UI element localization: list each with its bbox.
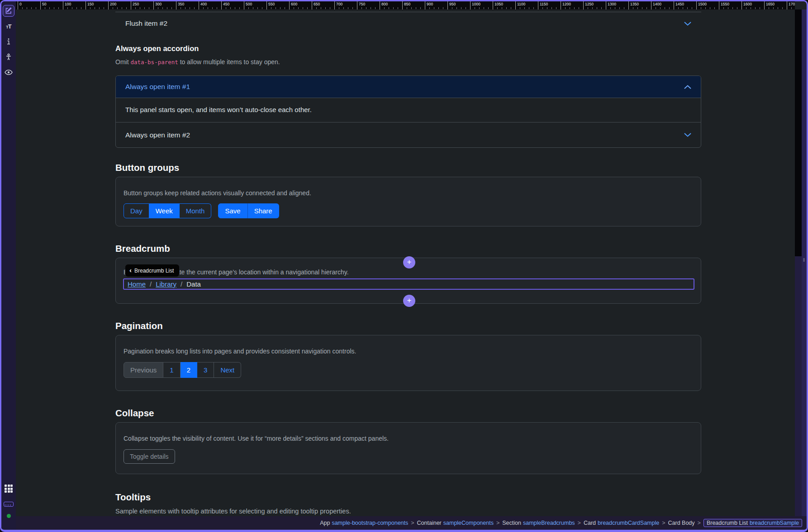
ruler-toggle-button[interactable] <box>4 502 14 507</box>
path-segment-name: breadcrumbSample <box>750 520 799 526</box>
chevron-down-icon <box>684 22 691 26</box>
ruler-tick: 400 <box>199 1 221 9</box>
path-segment-selected[interactable]: Breadcrumb List breadcrumbSample <box>703 519 802 527</box>
breadcrumb-separator: / <box>181 280 182 288</box>
typography-tool-button[interactable]: TT <box>3 20 14 32</box>
ruler-tick: 300 <box>153 1 176 9</box>
path-segment-label: Section <box>502 520 521 526</box>
path-segment-label: Container <box>417 520 442 526</box>
drag-grip-icon[interactable]: ‖ <box>802 257 807 263</box>
pagination-page-3-button[interactable]: 3 <box>197 362 214 378</box>
month-button[interactable]: Month <box>180 203 212 218</box>
ruler-tick: 950 <box>447 1 470 9</box>
always-open-accordion: Always open item #1 This panel starts op… <box>115 75 701 148</box>
scrollbar-thumb[interactable] <box>795 256 802 516</box>
ruler-tick: 1000 <box>470 1 493 9</box>
tooltips-description: Sample elements with tooltip attributes … <box>115 508 701 515</box>
tool-sidebar: TT <box>1 1 16 530</box>
path-segment-label: App <box>320 520 330 526</box>
breadcrumb-description: Breadcrumbs indicate the current page’s … <box>124 268 693 276</box>
flush-item-label: Flush item #2 <box>125 19 167 28</box>
share-button[interactable]: Share <box>247 203 279 218</box>
ruler-tick: 1500 <box>696 1 719 9</box>
path-segment-label: Card Body <box>668 520 695 526</box>
ruler-tick: 700 <box>334 1 357 9</box>
edit-tool-button[interactable] <box>3 5 14 17</box>
ruler-tick: 850 <box>402 1 425 9</box>
insert-above-button[interactable]: + <box>403 256 415 268</box>
pagination-page-1-button[interactable]: 1 <box>163 362 180 378</box>
breadcrumb-link-library[interactable]: Library <box>156 280 176 288</box>
visibility-tool-button[interactable] <box>3 66 14 78</box>
ruler-tick: 1350 <box>628 1 651 9</box>
ruler-tick: 1150 <box>538 1 561 9</box>
typography-icon: TT <box>6 23 11 30</box>
inline-code: data-bs-parent <box>130 59 178 66</box>
ruler-tick: 250 <box>131 1 153 9</box>
path-segment-name[interactable]: sample-bootstrap-components <box>332 520 408 526</box>
pagination-next-button[interactable]: Next <box>214 362 241 378</box>
grid-tool-button[interactable] <box>3 483 14 494</box>
ruler-tick: 500 <box>244 1 266 9</box>
pagination-description: Pagination breaks long lists into pages … <box>124 348 693 355</box>
ruler-tick: 50 <box>40 1 63 9</box>
toggle-details-button[interactable]: Toggle details <box>124 449 175 464</box>
ruler-tick: 100 <box>63 1 86 9</box>
accessibility-tool-button[interactable] <box>3 51 14 63</box>
ruler-tick: 600 <box>289 1 312 9</box>
grid-icon <box>5 485 13 493</box>
info-tool-button[interactable] <box>3 36 14 47</box>
ruler-tick: 1400 <box>651 1 674 9</box>
path-separator: > <box>496 520 499 526</box>
scrollbar-track[interactable] <box>795 9 802 256</box>
collapse-description: Collapse toggles the visibility of conte… <box>124 435 693 442</box>
day-button[interactable]: Day <box>124 203 149 218</box>
selected-breadcrumb-list[interactable]: Home / Library / Data <box>123 278 694 290</box>
ruler-tick: 1550 <box>719 1 741 9</box>
edit-pencil-icon <box>5 7 12 14</box>
breadcrumb-list-tag[interactable]: ‹ Breadcrumb List <box>125 264 179 277</box>
breadcrumb-link-home[interactable]: Home <box>128 280 146 288</box>
button-groups-heading: Button groups <box>115 162 701 173</box>
path-separator: > <box>411 520 414 526</box>
chevron-down-icon <box>684 133 691 137</box>
actions-button-group: Save Share <box>218 203 279 218</box>
accessibility-person-icon <box>5 53 12 61</box>
pagination-card: Pagination breaks long lists into pages … <box>115 335 701 391</box>
button-groups-description: Button groups keep related actions visua… <box>124 189 693 197</box>
path-segment-name[interactable]: sampleBreadcrumbs <box>523 520 575 526</box>
breadcrumb-list-tag-label: Breadcrumb List <box>134 268 174 274</box>
path-segment-label: Breadcrumb List <box>707 520 748 526</box>
eye-icon <box>5 70 13 75</box>
collapse-card: Collapse toggles the visibility of conte… <box>115 422 701 474</box>
week-button[interactable]: Week <box>149 203 180 218</box>
accordion-item-1-header[interactable]: Always open item #1 <box>116 76 701 98</box>
pagination-heading: Pagination <box>115 320 701 331</box>
ruler-tick: 150 <box>86 1 108 9</box>
breadcrumb-heading: Breadcrumb <box>115 243 701 254</box>
ruler-tick: 1450 <box>674 1 696 9</box>
right-rail: ‖ <box>795 9 807 516</box>
insert-below-button[interactable]: + <box>403 295 415 307</box>
status-indicator-dot <box>7 514 11 518</box>
hierarchy-statusbar: App sample-bootstrap-components > Contai… <box>16 516 807 530</box>
ruler-tick: 1250 <box>583 1 606 9</box>
pagination-page-2-button[interactable]: 2 <box>181 362 197 378</box>
ruler-tick: 1600 <box>741 1 764 9</box>
ruler-tick: 0 <box>18 1 40 9</box>
save-button[interactable]: Save <box>218 203 247 218</box>
path-separator: > <box>698 520 701 526</box>
path-separator: > <box>662 520 665 526</box>
flush-accordion-item-2[interactable]: Flush item #2 <box>115 12 701 35</box>
collapse-heading: Collapse <box>115 408 701 419</box>
pagination-previous-button[interactable]: Previous <box>124 362 163 378</box>
always-open-heading: Always open accordion <box>115 44 701 53</box>
ruler-tick: 450 <box>221 1 244 9</box>
ruler-tick: 1050 <box>493 1 515 9</box>
ruler-tick: 200 <box>108 1 131 9</box>
path-segment-name[interactable]: breadcrumbCardSample <box>598 520 659 526</box>
top-ruler: 0501001502002503003504004505005506006507… <box>16 1 795 9</box>
path-segment-name[interactable]: sampleComponents <box>443 520 494 526</box>
path-segment-label: Card <box>584 520 596 526</box>
accordion-item-2-header[interactable]: Always open item #2 <box>116 122 701 147</box>
